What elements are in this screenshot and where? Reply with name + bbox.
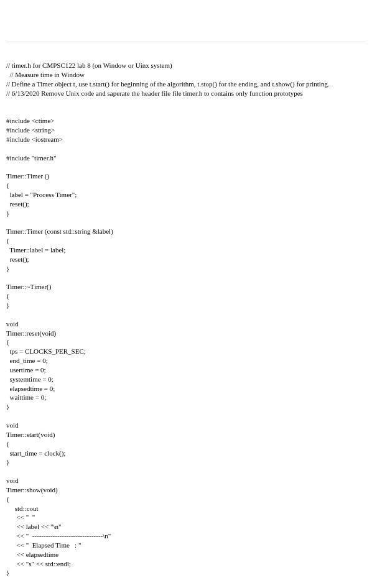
code-line [6,107,366,116]
code-line [6,162,366,172]
code-line: Timer::reset(void) [6,329,366,338]
code-line: #include <ctime> [6,116,366,126]
code-line: Timer::start(void) [6,430,366,439]
code-line: #include <iostream> [6,135,366,144]
code-line: Timer::Timer () [6,172,366,181]
code-line: start_time = clock(); [6,449,366,458]
code-line: { [6,439,366,449]
code-line: void [6,319,366,329]
code-line: Timer::Timer (const std::string &label) [6,227,366,236]
code-line: std::cout [6,504,366,513]
code-line: << label << "\n" [6,522,366,531]
code-line: { [6,338,366,347]
code-block: // timer.h for CMPSC122 lab 8 (on Window… [6,42,366,588]
code-line: reset(); [6,255,366,264]
code-line: // 6/13/2020 Remove Unix code and sapera… [6,89,366,98]
code-line: } [6,264,366,273]
code-line: { [6,495,366,504]
code-line [6,98,366,107]
code-line: void [6,421,366,430]
code-line: << " " [6,513,366,522]
code-line: reset(); [6,200,366,209]
code-line: << " Elapsed Time : " [6,541,366,550]
code-line: { [6,236,366,246]
code-line: // timer.h for CMPSC122 lab 8 (on Window… [6,61,366,70]
code-line: Timer::show(void) [6,485,366,495]
code-line: { [6,181,366,190]
code-line: << "s" << std::endl; [6,559,366,569]
code-line: << elapsedtime [6,550,366,559]
code-line: label = "Process Timer"; [6,190,366,200]
code-line: } [6,402,366,411]
code-line: elapsedtime = 0; [6,384,366,393]
code-line: { [6,292,366,301]
code-line: systemtime = 0; [6,375,366,384]
code-line: } [6,457,366,467]
code-line [6,310,366,319]
code-line: Timer::~Timer() [6,282,366,292]
code-line [6,411,366,421]
code-line: } [6,209,366,218]
code-line: << " -------------------------------\n" [6,531,366,541]
code-line: // Define a Timer object t, use t.start(… [6,80,366,89]
code-line: } [6,301,366,310]
code-line: // Measure time in Window [6,70,366,80]
code-line [6,273,366,282]
code-line: #include <string> [6,126,366,135]
code-line [6,218,366,227]
code-line: tps = CLOCKS_PER_SEC; [6,347,366,356]
code-line [6,467,366,476]
code-line: Timer::label = label; [6,246,366,255]
code-line: void [6,476,366,485]
code-line: } [6,568,366,577]
code-line [6,577,366,587]
code-line: #include "timer.h" [6,154,366,163]
code-line [6,144,366,154]
code-line: end_time = 0; [6,356,366,365]
code-line: usertime = 0; [6,365,366,375]
code-line: waittime = 0; [6,393,366,402]
